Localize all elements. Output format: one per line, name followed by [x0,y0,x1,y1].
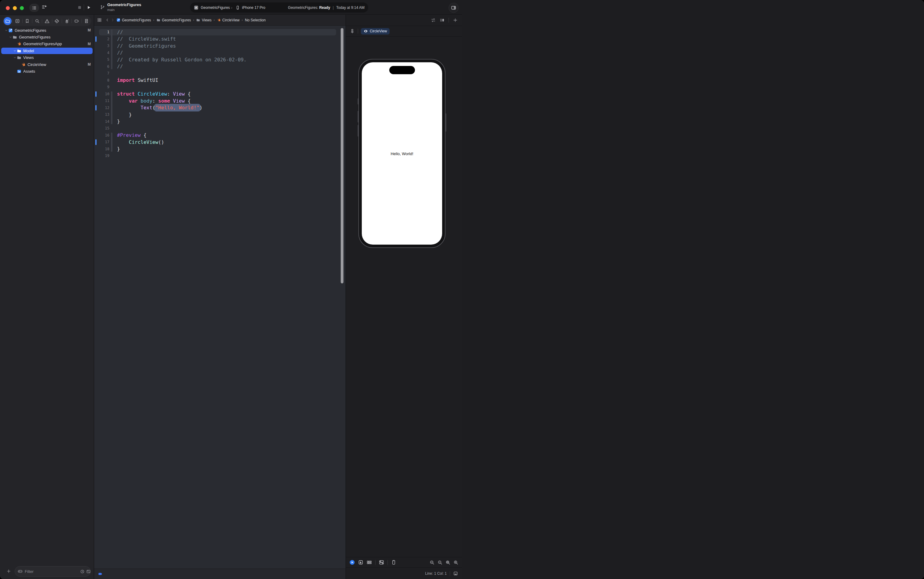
folderfill-icon [17,49,21,53]
code-line-1[interactable]: 1// [94,29,346,36]
tree-row-geometricfigures[interactable]: GeometricFiguresM [0,27,94,34]
fold-ribbon[interactable] [111,132,113,152]
navigator-tab-bookmarks[interactable] [23,17,31,25]
code-line-16[interactable]: 16#Preview { [94,132,346,139]
tree-row-circleview[interactable]: CircleViewM [0,61,94,68]
preview-canvas: CircleView Hello, World! 1 Line: 1 Col: … [346,15,462,290]
line-number: 4 [94,51,110,55]
code-text: // CircleView.swift [117,36,176,42]
code-line-19[interactable]: 19 [94,152,346,159]
code-line-18[interactable]: 18} [94,146,346,153]
power-button [446,113,446,132]
code-line-17[interactable]: 17 CircleView() [94,139,346,146]
back-button[interactable] [105,18,110,22]
run-button[interactable] [87,5,91,10]
reports-icon [84,19,89,23]
inspector-toggle-button[interactable] [449,3,459,13]
code-line-7[interactable]: 7 [94,70,346,77]
line-number: 6 [94,64,110,69]
jumpbar-item[interactable]: Views [196,18,211,22]
code-line-3[interactable]: 3// GeometricFigures [94,43,346,49]
code-text: // Created by Russell Gordon on 2026-02-… [117,57,247,62]
chevron-right-icon: › [214,18,215,22]
jumpbar-item[interactable]: No Selection [245,18,265,22]
stop-button[interactable] [77,5,82,10]
navigator-tab-debug[interactable] [63,17,71,25]
disclosure-chevron-icon[interactable] [13,49,17,52]
code-line-5[interactable]: 5// Created by Russell Gordon on 2026-02… [94,56,346,63]
navigator-tab-separator [62,19,62,23]
code-line-13[interactable]: 13 } [94,111,346,118]
line-number: 8 [94,78,110,82]
preview-tab[interactable]: CircleView [361,28,390,34]
forward-button[interactable] [111,18,115,22]
project-title: GeometricFigures [107,2,141,7]
disclosure-chevron-icon[interactable] [4,29,8,32]
fold-ribbon[interactable] [111,29,113,69]
line-number: 7 [94,71,110,75]
code-line-4[interactable]: 4// [94,49,346,57]
branch-name: main [107,8,115,11]
related-items-icon[interactable] [97,18,102,22]
navigator-tab-find[interactable] [33,17,41,25]
zoom-window-button[interactable] [20,6,24,10]
swift-icon [21,62,26,67]
tree-row-model[interactable]: Model [0,47,94,54]
fold-ribbon[interactable] [111,91,113,124]
toolbar-divider [449,18,449,23]
navigator-tab-issues[interactable] [43,17,51,25]
ai-assistant-button[interactable] [41,4,47,10]
code-line-15[interactable]: 15 [94,125,346,132]
jumpbar-item[interactable]: GeometricFigures [116,18,151,22]
debug-icon [64,19,69,23]
editor-scrollbar[interactable] [341,28,344,283]
jumpbar-item[interactable]: CircleView [217,18,239,22]
code-text: CircleView() [117,139,164,145]
disclosure-chevron-icon[interactable] [8,36,13,39]
navigator-tab-tests[interactable] [53,17,61,25]
branch-icon [100,5,105,10]
code-text: #Preview { [117,132,146,138]
code-line-9[interactable]: 9 [94,84,346,91]
navigator-tab-reports[interactable] [82,17,90,25]
code-line-8[interactable]: 8import SwiftUI [94,77,346,84]
navigator-tab-source-control[interactable] [13,17,21,25]
disclosure-chevron-icon[interactable] [13,56,17,59]
navigator-tab-project[interactable] [4,17,11,25]
preview-screen[interactable]: Hello, World! [362,62,442,245]
scheme-device-label[interactable]: iPhone 17 Pro [242,5,265,10]
pin-icon[interactable] [350,29,355,34]
navigator-tab-separator [42,19,42,23]
editorlayout-icon[interactable] [440,18,445,23]
code-area[interactable]: 1//2// CircleView.swift3// GeometricFigu… [94,26,346,290]
jump-bar: GeometricFigures›GeometricFigures›Views›… [94,15,346,26]
minimize-window-button[interactable] [13,6,17,10]
toolbar-list-button[interactable] [29,4,39,12]
scheme-status-pill[interactable]: A GeometricFigures › iPhone 17 Pro Geome… [190,2,368,13]
code-line-2[interactable]: 2// CircleView.swift [94,36,346,43]
close-window-button[interactable] [6,6,10,10]
code-line-11[interactable]: 11 var body: some View { [94,97,346,105]
code-line-10[interactable]: 10struct CircleView: View { [94,91,346,98]
code-text: } [117,112,132,118]
chevron-right-icon: › [153,18,154,22]
tree-row-geometricfiguresapp[interactable]: GeometricFiguresAppM [0,41,94,47]
tree-row-views[interactable]: Views [0,54,94,61]
swap-icon[interactable] [431,18,436,23]
breakpoints-icon [74,19,79,23]
plus-icon[interactable] [453,18,458,23]
line-number: 5 [94,57,110,62]
code-line-12[interactable]: 12 Text("Hello, World!") [94,105,346,111]
code-text: // [117,64,123,69]
tree-row-geometricfigures[interactable]: GeometricFigures [0,34,94,40]
jumpbar-item[interactable]: GeometricFigures [156,18,191,22]
tree-row-assets[interactable]: Assets [0,68,94,75]
current-line-highlight [99,29,336,36]
navigator-tab-separator [22,19,23,23]
code-line-14[interactable]: 14} [94,118,346,125]
tests-icon [54,19,59,23]
scheme-project-label[interactable]: GeometricFigures [201,5,230,10]
navigator-tab-breakpoints[interactable] [73,17,81,25]
code-line-6[interactable]: 6// [94,63,346,70]
sparkle-list-icon [41,4,47,10]
